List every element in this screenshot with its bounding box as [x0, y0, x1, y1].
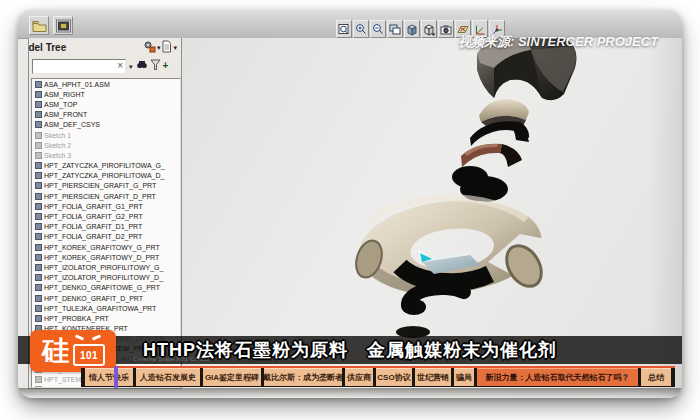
tree-item[interactable]: HPT_DENKO_GRAFIT_D_PRT — [32, 293, 180, 303]
tree-item-label: HPT_FOLIA_GRAFIT_G1_PRT — [44, 203, 143, 210]
tree-item-label: ASM_FRONT — [44, 111, 87, 118]
tree-item-label: Sketch 1 — [44, 132, 71, 139]
tree-item[interactable]: HPT_PIERSCIEN_GRAFIT_D_PRT — [32, 191, 180, 201]
feature-icon — [35, 91, 42, 98]
tree-item[interactable]: HPT_FOLIA_GRAFIT_G1_PRT — [32, 201, 180, 211]
settings-caret-icon[interactable]: ▾ — [157, 44, 161, 51]
subtitle-status-text: Cinema State X05 C0002 — [133, 356, 210, 362]
tree-item[interactable]: HPT_FOLIA_GRAFIT_G2_PRT — [32, 211, 180, 221]
video-bottom-fade — [18, 388, 682, 398]
feature-icon — [35, 172, 42, 179]
tree-item-label: HPT_DENKO_GRAFITOWE_G_PRT — [44, 284, 160, 291]
playhead-marker[interactable] — [114, 366, 118, 388]
tree-item[interactable]: ASA_HPHT_01.ASM — [32, 79, 180, 89]
tree-item-label: HPT_KOREK_GRAFITOWY_D_PRT — [44, 254, 159, 261]
tree-item[interactable]: ASM_RIGHT — [32, 89, 180, 99]
chapter-segment[interactable]: 情人节快乐 — [85, 368, 133, 386]
logo-number: 101 — [80, 350, 98, 361]
tree-item[interactable]: Sketch 3 — [32, 150, 180, 160]
feature-icon — [35, 315, 42, 322]
feature-icon — [35, 274, 42, 281]
tree-item[interactable]: ASM_TOP — [32, 99, 180, 109]
logo-gu-glyph: 101 — [72, 335, 104, 367]
chapter-segment[interactable]: 供应商 — [345, 368, 373, 386]
tree-item[interactable]: HPT_PIERSCIEN_GRAFIT_G_PRT — [32, 181, 180, 191]
tree-item[interactable]: HPT_KOREK_GRAFITOWY_D_PRT — [32, 252, 180, 262]
add-filter-icon[interactable]: + — [163, 61, 169, 71]
tree-item[interactable]: HPT_IZOLATOR_PIROFILITOWY_D_ — [32, 273, 180, 283]
tree-item[interactable]: HPT_DENKO_GRAFITOWE_G_PRT — [32, 283, 180, 293]
display-style-icon[interactable] — [421, 20, 437, 38]
tree-item-label: HPT_PIERSCIEN_GRAFIT_D_PRT — [44, 193, 156, 200]
chapter-segment[interactable]: GIA鉴定里程碑 — [203, 368, 261, 386]
shaded-display-icon[interactable] — [404, 20, 420, 38]
feature-icon — [35, 142, 42, 149]
tree-item-label: Sketch 3 — [44, 152, 71, 159]
feature-icon — [35, 295, 42, 302]
tree-item-label: ASA_HPHT_01.ASM — [44, 81, 110, 88]
feature-icon — [35, 244, 42, 251]
tree-item[interactable]: HPT_ZATYCZKA_PIROFILITOWA_G_ — [32, 161, 180, 171]
zoom-in-icon[interactable] — [353, 20, 369, 38]
feature-icon — [35, 132, 42, 139]
feature-icon — [35, 182, 42, 189]
tree-item[interactable]: HPT_TULEJKA_GRAFITOWA_PRT — [32, 303, 180, 313]
pyrophyllite-ring — [461, 144, 522, 167]
tree-columns-icon[interactable] — [161, 39, 172, 57]
tree-settings-icon[interactable] — [143, 39, 156, 57]
search-input[interactable]: × — [32, 59, 126, 74]
chapter-segment[interactable]: 总结 — [641, 368, 671, 386]
tree-item[interactable]: HPT_FOLIA_GRAFIT_D1_PRT — [32, 222, 180, 232]
chapter-segment[interactable]: CSO协议 — [376, 368, 412, 386]
tree-item[interactable]: ASM_FRONT — [32, 110, 180, 120]
tree-item[interactable]: HPT_PROBKA_PRT — [32, 313, 180, 323]
chapter-segment[interactable]: 新旧力量：人造钻石取代天然钻石了吗？ — [477, 368, 638, 386]
graphite-ring-lower — [402, 288, 464, 315]
tree-item-label: HPT_IZOLATOR_PIROFILITOWY_D_ — [44, 274, 163, 281]
find-binoculars-icon[interactable] — [136, 57, 148, 75]
refit-icon[interactable] — [336, 20, 352, 38]
tree-item[interactable]: HPT_ZATYCZKA_PIROFILITOWA_D_ — [32, 171, 180, 181]
feature-icon — [35, 233, 42, 240]
logo-char: 硅 — [42, 338, 69, 365]
filter-icon[interactable] — [150, 57, 161, 75]
chapter-segment[interactable]: 戴比尔斯：成为垄断者 — [264, 368, 342, 386]
repaint-icon[interactable] — [387, 20, 403, 38]
clear-search-icon[interactable]: × — [117, 60, 123, 72]
feature-icon — [35, 81, 42, 88]
feature-icon — [35, 213, 42, 220]
feature-icon — [35, 101, 42, 108]
chapter-segment[interactable]: 人造钻石发展史 — [136, 368, 200, 386]
source-watermark: 视频来源: SINTERCER PROJECT — [458, 33, 658, 51]
tree-item[interactable]: Sketch 1 — [32, 130, 180, 140]
tree-item[interactable]: HPT_IZOLATOR_PIROFILITOWY_G_ — [32, 262, 180, 272]
tree-item[interactable]: Sketch 2 — [32, 140, 180, 150]
tree-item-label: HPT_FOLIA_GRAFIT_G2_PRT — [44, 213, 143, 220]
tree-item-label: ASM_RIGHT — [44, 91, 85, 98]
columns-caret-icon[interactable]: ▾ — [173, 44, 177, 51]
chapter-segment[interactable]: 骗局 — [454, 368, 474, 386]
search-caret-icon[interactable]: ▾ — [129, 63, 133, 70]
video-frame[interactable]: Model Tree ▾ ▾ × ▾ + ASA_HPHT_01.ASMASM_… — [18, 10, 682, 398]
tree-item-label: HPT_PIERSCIEN_GRAFIT_G_PRT — [44, 182, 156, 189]
feature-icon — [35, 193, 42, 200]
saved-views-icon[interactable] — [438, 20, 454, 38]
tree-item-label: ASM_DEF_CSYS — [44, 121, 100, 128]
zoom-out-icon[interactable] — [370, 20, 386, 38]
tree-item-label: HPT_FOLIA_GRAFIT_D2_PRT — [44, 233, 142, 240]
subtitle-text: HTHP法将石墨粉为原料 金属触媒粉末为催化剂 — [18, 338, 682, 362]
feature-icon — [35, 254, 42, 261]
tree-item[interactable]: HPT_FOLIA_GRAFIT_D2_PRT — [32, 232, 180, 242]
page-background: Model Tree ▾ ▾ × ▾ + ASA_HPHT_01.ASMASM_… — [0, 0, 700, 420]
folder-icon[interactable] — [29, 16, 49, 35]
tree-item-label: HPT_ZATYCZKA_PIROFILITOWA_G_ — [44, 162, 165, 169]
tree-item-label: HPT_IZOLATOR_PIROFILITOWY_G_ — [44, 264, 163, 271]
graphite-ring-upper — [470, 121, 529, 146]
app-window-icon[interactable] — [53, 16, 73, 35]
tree-item[interactable]: HPT_KOREK_GRAFITOWY_G_PRT — [32, 242, 180, 252]
tree-item-label: HPT_DENKO_GRAFIT_D_PRT — [44, 295, 143, 302]
feature-icon — [35, 305, 42, 312]
feature-icon — [35, 203, 42, 210]
chapter-segment[interactable]: 世纪营销 — [415, 368, 451, 386]
tree-item[interactable]: ASM_DEF_CSYS — [32, 120, 180, 130]
